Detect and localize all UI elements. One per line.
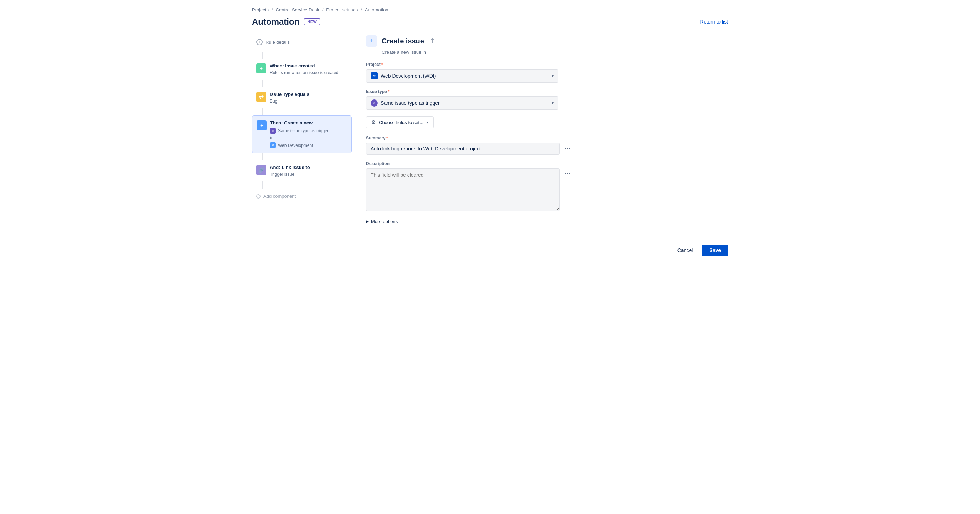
pipeline-item-title-when: When: Issue created xyxy=(270,63,347,69)
page-header: Automation NEW Return to list xyxy=(252,17,728,27)
return-to-list-link[interactable]: Return to list xyxy=(700,19,728,25)
connector-line-4 xyxy=(262,153,263,161)
detail-title: Create issue xyxy=(382,37,424,45)
trash-icon[interactable]: 🗑 xyxy=(430,38,436,44)
summary-ellipsis-button[interactable]: ··· xyxy=(563,144,573,154)
project-label: Project* xyxy=(366,62,728,67)
pipeline-item-when-issue-created[interactable]: + When: Issue created Rule is run when a… xyxy=(252,59,352,80)
project-chevron-icon: ▾ xyxy=(552,73,554,78)
project-select-value: Web Development (WDI) xyxy=(380,73,436,79)
add-component-button[interactable]: Add component xyxy=(252,190,352,202)
description-label: Description xyxy=(366,161,728,166)
issue-type-chevron-icon: ▾ xyxy=(552,100,554,105)
description-ellipsis-button[interactable]: ··· xyxy=(563,168,573,178)
pipeline-icon-issue-type: ⇄ xyxy=(256,92,266,102)
rule-details-item[interactable]: i Rule details xyxy=(252,35,352,49)
connector-line-3 xyxy=(262,108,263,116)
issue-type-select[interactable]: ○ Same issue type as trigger ▾ xyxy=(366,96,558,110)
breadcrumb-automation: Automation xyxy=(365,7,388,13)
add-component-dot-icon xyxy=(256,194,261,199)
pipeline-item-subtitle-issue-type: Bug xyxy=(270,99,347,105)
action-bar: Cancel Save xyxy=(366,237,728,256)
save-button[interactable]: Save xyxy=(702,245,728,256)
issue-type-field: Issue type* ○ Same issue type as trigger… xyxy=(366,89,728,110)
description-textarea[interactable] xyxy=(366,168,560,211)
pipeline-icon-link: 🔗 xyxy=(256,165,266,175)
issue-type-select-icon: ○ xyxy=(371,99,378,107)
pipeline-item-title-issue-type: Issue Type equals xyxy=(270,92,347,98)
rule-details-label: Rule details xyxy=(266,40,290,45)
detail-plus-icon: + xyxy=(366,35,377,47)
summary-field: Summary* ··· xyxy=(366,135,728,155)
detail-header: + Create issue 🗑 xyxy=(366,35,728,47)
pipeline-item-subtitle-when: Rule is run when an issue is created. xyxy=(270,70,347,76)
breadcrumb-service-desk[interactable]: Central Service Desk xyxy=(276,7,319,13)
breadcrumb-project-settings[interactable]: Project settings xyxy=(326,7,358,13)
rule-details-icon: i xyxy=(256,39,262,45)
detail-panel: + Create issue 🗑 Create a new issue in: … xyxy=(366,35,728,256)
pipeline-item-subtitle-link: Trigger issue xyxy=(270,172,347,178)
pipeline-item-create-new[interactable]: + Then: Create a new ○ Same issue type a… xyxy=(252,116,352,153)
sub-icon-issue-type: ○ xyxy=(270,128,276,134)
project-select-icon: ≋ xyxy=(371,72,378,80)
pipeline-icon-create: + xyxy=(256,121,267,130)
main-layout: i Rule details + When: Issue created Rul… xyxy=(252,35,728,256)
project-select[interactable]: ≋ Web Development (WDI) ▾ xyxy=(366,69,558,83)
pipeline-item-subtitle-create-in: in xyxy=(270,135,347,141)
add-component-label: Add component xyxy=(263,194,296,199)
issue-type-label: Issue type* xyxy=(366,89,728,94)
gear-icon: ⚙ xyxy=(371,119,376,125)
form-section: Project* ≋ Web Development (WDI) ▾ Issue… xyxy=(366,62,728,256)
pipeline-item-title-create: Then: Create a new xyxy=(270,120,347,126)
project-field: Project* ≋ Web Development (WDI) ▾ xyxy=(366,62,728,83)
pipeline-icon-when: + xyxy=(256,64,266,73)
choose-fields-chevron-icon: ▾ xyxy=(426,120,428,125)
pipeline-item-subtitle-create-issuetype: Same issue type as trigger xyxy=(278,128,329,134)
more-options-chevron-icon: ▶ xyxy=(366,219,369,224)
more-options-toggle[interactable]: ▶ More options xyxy=(366,218,728,226)
pipeline-item-subtitle-create-project: Web Development xyxy=(278,143,313,149)
pipeline-item-issue-type-equals[interactable]: ⇄ Issue Type equals Bug xyxy=(252,88,352,109)
summary-input[interactable] xyxy=(366,143,560,155)
choose-fields-label: Choose fields to set... xyxy=(379,120,423,125)
cancel-button[interactable]: Cancel xyxy=(672,245,699,256)
pipeline-item-link-issue[interactable]: 🔗 And: Link issue to Trigger issue xyxy=(252,161,352,182)
pipeline-sidebar: i Rule details + When: Issue created Rul… xyxy=(252,35,352,202)
breadcrumb-projects[interactable]: Projects xyxy=(252,7,269,13)
more-options-label: More options xyxy=(371,219,398,224)
description-field: Description ··· xyxy=(366,161,728,211)
detail-subtitle: Create a new issue in: xyxy=(382,49,728,55)
pipeline-item-title-link: And: Link issue to xyxy=(270,165,347,171)
summary-label: Summary* xyxy=(366,135,728,140)
issue-type-select-value: Same issue type as trigger xyxy=(380,100,440,106)
sub-icon-project: ≋ xyxy=(270,142,276,148)
new-badge: NEW xyxy=(304,18,320,25)
page-title: Automation xyxy=(252,17,299,27)
connector-line-2 xyxy=(262,80,263,88)
choose-fields-button[interactable]: ⚙ Choose fields to set... ▾ xyxy=(366,116,434,128)
connector-line-1 xyxy=(262,52,263,59)
connector-line-5 xyxy=(262,181,263,189)
breadcrumb: Projects / Central Service Desk / Projec… xyxy=(252,7,728,13)
